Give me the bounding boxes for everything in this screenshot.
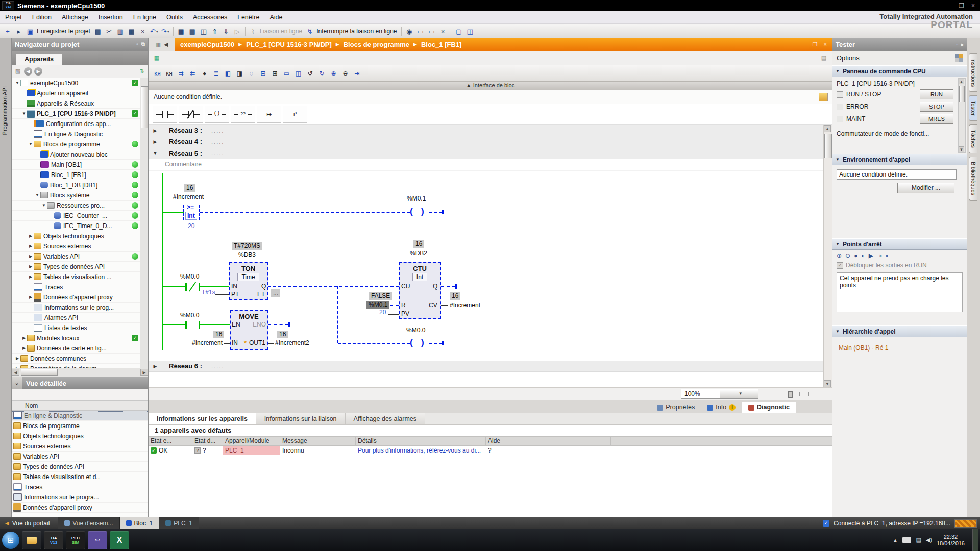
bottom-tab-1[interactable]: Informations sur la liaison xyxy=(256,413,346,424)
tree-item[interactable]: Ajouter nouveau bloc xyxy=(12,149,140,160)
tree-item[interactable]: Alarmes API xyxy=(12,313,140,323)
ton-db[interactable]: %DB3 xyxy=(238,251,256,258)
section-cpu-panel[interactable]: ▼Panneau de commande CPU xyxy=(832,65,967,77)
menu-item-edition[interactable]: Edition xyxy=(27,14,57,21)
menu-item-affichage[interactable]: Affichage xyxy=(57,14,93,21)
window-split-icon[interactable]: ▭ xyxy=(427,26,437,36)
tree-item[interactable]: ▶Tables de visualisation ... xyxy=(12,272,140,282)
search-icon[interactable]: ◉ xyxy=(404,26,414,36)
side-tab-tâches[interactable]: Tâches xyxy=(969,124,977,153)
bottom-tab-2[interactable]: Affichage des alarmes xyxy=(346,413,425,424)
cpu-panel-scrollbar[interactable]: ▲ ▼ xyxy=(958,78,966,153)
tree-item[interactable]: IEC_Counter_... xyxy=(12,211,140,221)
compile-icon[interactable]: ⇓ xyxy=(221,26,231,36)
coil-bottom-operand[interactable]: %M0.0 xyxy=(406,327,425,334)
tree-item[interactable]: ▶Données de carte en lig... xyxy=(12,343,140,354)
table-column-0[interactable]: Etat e... xyxy=(149,437,192,445)
back-icon[interactable]: ◀ xyxy=(24,67,32,76)
tab-appareils[interactable]: Appareils xyxy=(16,54,62,65)
breadcrumb-item-1[interactable]: PLC_1 [CPU 1516-3 PN/DP] xyxy=(246,41,332,48)
tree-item[interactable]: Configuration des app... xyxy=(12,119,140,129)
stop-cpu-icon[interactable]: ⇑ xyxy=(210,26,220,36)
tray-up-icon[interactable]: ▲ xyxy=(893,537,898,543)
go-offline-icon[interactable]: ↯ xyxy=(305,26,315,36)
coil-top[interactable]: ( xyxy=(410,207,413,216)
palette-coil[interactable]: ( ) xyxy=(205,106,229,123)
start-cpu-icon[interactable]: ◫ xyxy=(199,26,209,36)
left-tab-programmation-api[interactable]: Programmation API xyxy=(2,86,8,135)
network-5-comment[interactable]: Commentaire xyxy=(149,159,832,171)
menu-item-aide[interactable]: Aide xyxy=(264,14,287,21)
close-window-icon[interactable]: × xyxy=(438,26,448,36)
maximize-icon[interactable]: ❐ xyxy=(959,2,964,9)
cmp-type[interactable]: Int xyxy=(185,212,197,220)
open-project-icon[interactable]: ▸ xyxy=(14,26,24,36)
minimize-icon[interactable]: – xyxy=(948,2,952,9)
breakpoint-icon-3[interactable]: ◐ xyxy=(861,252,865,259)
new-project-icon[interactable]: + xyxy=(3,26,13,36)
detail-list-item[interactable]: Types de données API xyxy=(12,462,148,472)
tree-item[interactable]: ▶Types de données API xyxy=(12,262,140,272)
tree-item[interactable]: En ligne & Diagnostic xyxy=(12,129,140,139)
menu-item-en-ligne[interactable]: En ligne xyxy=(128,14,161,21)
chevron-down-icon[interactable]: ▼ xyxy=(720,390,758,398)
move-add-output-icon[interactable]: * xyxy=(244,339,247,347)
tab-info[interactable]: Infoi xyxy=(701,402,742,413)
tree-expand-icon[interactable]: ▶ xyxy=(28,295,33,299)
call-hierarchy-entry[interactable]: Main (OB1) - Ré 1 xyxy=(832,337,967,352)
ctu-db[interactable]: %DB2 xyxy=(410,249,427,257)
bottom-tab-0[interactable]: Informations sur les appareils xyxy=(149,413,256,424)
sort-icon[interactable]: ⇅ xyxy=(138,67,146,76)
editor-toolbar-icon-17[interactable]: ⇥ xyxy=(352,68,362,79)
network-5-header[interactable]: ▼Réseau 5 :..... xyxy=(149,147,832,159)
ton-pt-value[interactable]: T#1s xyxy=(202,289,215,296)
detail-list-item[interactable]: Informations sur le progra... xyxy=(12,492,148,503)
save-project-icon-label[interactable]: Enregistrer le projet xyxy=(37,28,90,35)
tree-item[interactable]: ▶Données communes xyxy=(12,354,140,364)
tree-hscrollbar[interactable]: ◀▶ xyxy=(12,368,148,377)
table-column-3[interactable]: Message xyxy=(280,437,356,445)
side-tab-bibliothèques[interactable]: Bibliothèques xyxy=(969,157,977,201)
ctu-cv-operand[interactable]: #Increment xyxy=(450,302,480,309)
tree-expand-icon[interactable]: ▶ xyxy=(15,356,20,361)
tree-item[interactable]: ▼Ressources pro... xyxy=(12,201,140,211)
tree-item[interactable]: Informations sur le prog... xyxy=(12,303,140,313)
editor-toolbar-icon-12[interactable]: ◫ xyxy=(293,68,304,79)
breakpoint-icon-4[interactable]: ▶ xyxy=(869,252,873,259)
tree-expand-icon[interactable]: ▶ xyxy=(15,366,20,368)
call-condition-field[interactable]: Aucune condition définie. xyxy=(837,169,957,180)
options-grid-icon[interactable] xyxy=(955,54,963,62)
upload-device-icon[interactable]: ▤ xyxy=(187,26,198,36)
palette-close-branch[interactable]: ↱ xyxy=(283,106,307,123)
editor-back-icon[interactable]: ◀ xyxy=(164,41,168,48)
editor-toolbar-icon-5[interactable]: ≣ xyxy=(211,68,222,79)
tree-expand-icon[interactable]: ▶ xyxy=(21,346,27,350)
table-column-5[interactable]: Aide xyxy=(486,437,611,445)
statusbar-tab-1[interactable]: Bloc_1 xyxy=(120,517,160,529)
detail-list-item[interactable]: Sources externes xyxy=(12,441,148,452)
editor-toolbar-icon-2[interactable]: ⇉ xyxy=(176,68,186,79)
pin-icon[interactable]: ▫ xyxy=(956,42,958,47)
detail-list-item[interactable]: Tables de visualisation et d.. xyxy=(12,472,148,482)
editor-toolbar-icon-6[interactable]: ◧ xyxy=(223,68,233,79)
expand-icon[interactable]: ▸ xyxy=(961,42,964,47)
ctu-pv-value[interactable]: 20 xyxy=(379,309,386,316)
modify-button[interactable]: Modifier ... xyxy=(897,183,954,193)
detail-list-item[interactable]: Données d'appareil proxy xyxy=(12,503,148,513)
section-call-environment[interactable]: ▼Environnement d'appel xyxy=(832,154,967,165)
breakpoint-icon-1[interactable]: ⊖ xyxy=(845,252,850,259)
detail-list-item[interactable]: Blocs de programme xyxy=(12,421,148,431)
favorites-icon[interactable] xyxy=(819,93,828,101)
tree-item[interactable]: ▶Variables API xyxy=(12,252,140,262)
tree-collapse-icon[interactable]: ▼ xyxy=(15,81,20,85)
cmp-operand[interactable]: #Increment xyxy=(173,193,204,201)
table-column-4[interactable]: Détails xyxy=(356,437,486,445)
network-6-header[interactable]: ▶Réseau 6 :..... xyxy=(149,361,832,372)
taskbar-tia-icon[interactable]: TIAV13 xyxy=(44,531,63,549)
chevron-down-icon[interactable]: ▾ xyxy=(156,29,158,34)
strip-right-icon[interactable]: ▤ xyxy=(820,54,828,62)
editor-toolbar-icon-9[interactable]: ⊟ xyxy=(258,68,268,79)
editor-toolbar-icon-1[interactable]: ĸя xyxy=(164,68,175,79)
tab-diagnostic[interactable]: Diagnostic xyxy=(742,402,796,413)
tree-collapse-icon[interactable]: ▼ xyxy=(28,142,33,146)
